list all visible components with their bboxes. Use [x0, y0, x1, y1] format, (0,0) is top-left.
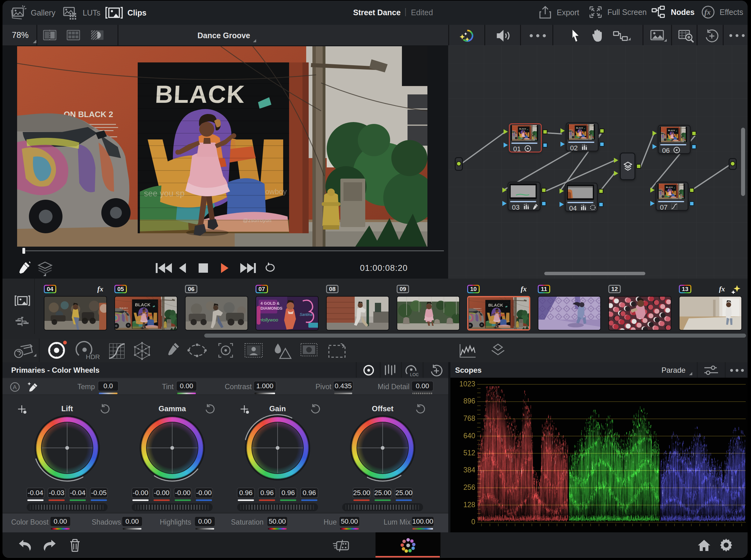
svg-text:fx: fx	[705, 8, 711, 16]
svg-text:DIAMONDS: DIAMONDS	[261, 306, 283, 311]
svg-text:A: A	[13, 384, 17, 391]
svg-text:HDR: HDR	[86, 353, 100, 360]
svg-text:Hollywoo: Hollywoo	[259, 317, 278, 322]
svg-text:LOG: LOG	[410, 372, 418, 377]
svg-text:4 GOLD &: 4 GOLD &	[261, 301, 280, 306]
svg-text:Santina: Santina	[300, 313, 312, 317]
